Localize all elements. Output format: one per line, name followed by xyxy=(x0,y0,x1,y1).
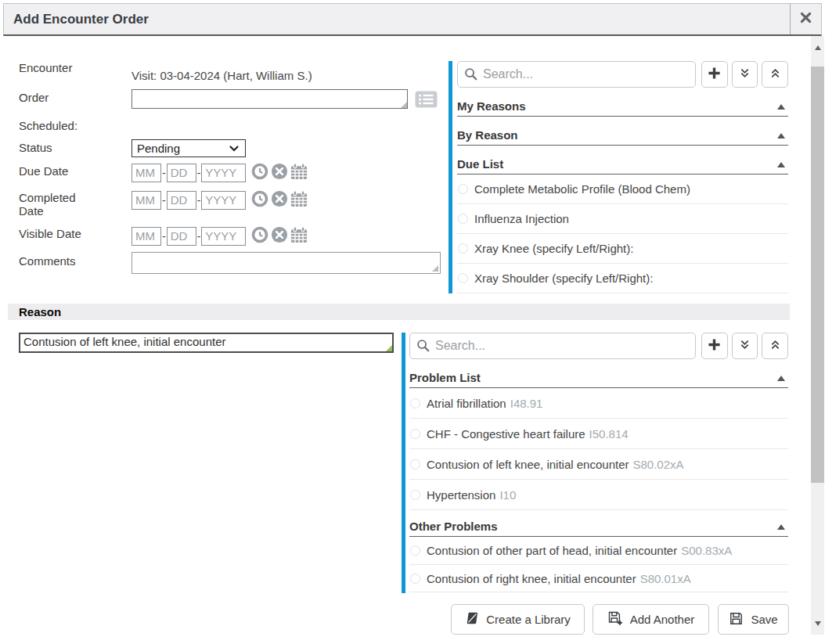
reason-search-row xyxy=(457,61,788,88)
visible-date-month-input[interactable] xyxy=(131,227,161,246)
radio-circle[interactable] xyxy=(410,574,420,584)
visible-date-clear-button[interactable] xyxy=(271,226,288,246)
problem-expand-all-button[interactable] xyxy=(732,333,758,359)
add-another-button[interactable]: Add Another xyxy=(593,604,709,635)
completed-date-group: - - xyxy=(131,190,308,210)
scheduled-label: Scheduled: xyxy=(19,119,77,132)
problem-collapse-all-button[interactable] xyxy=(762,333,788,359)
date-separator: - xyxy=(162,230,166,243)
due-date-now-button[interactable] xyxy=(251,163,268,182)
scroll-down-icon xyxy=(815,621,821,626)
due-date-calendar-button[interactable] xyxy=(290,163,308,182)
problem-panel: Problem List Atrial fibrillation I48.91 … xyxy=(402,333,788,593)
reason-resize-grip[interactable] xyxy=(386,345,392,351)
problem-search-input[interactable] xyxy=(409,333,696,359)
visible-date-calendar-button[interactable] xyxy=(290,226,308,246)
other-problem-item[interactable]: Contusion of other part of head, initial… xyxy=(409,537,788,565)
radio-circle[interactable] xyxy=(458,214,468,224)
problem-list-item[interactable]: Atrial fibrillation I48.91 xyxy=(409,388,788,419)
reason-section-title: Reason xyxy=(19,305,61,318)
radio-circle[interactable] xyxy=(458,243,468,254)
problem-list-item[interactable]: Contusion of left knee, initial encounte… xyxy=(409,449,788,480)
problem-search-row xyxy=(409,333,788,359)
dialog-titlebar: Add Encounter Order xyxy=(3,3,822,36)
close-button[interactable] xyxy=(790,4,821,34)
due-date-clear-button[interactable] xyxy=(271,163,288,182)
scroll-down-button[interactable] xyxy=(811,617,824,630)
problem-add-button[interactable] xyxy=(701,333,728,359)
reason-library-panel: My Reasons By Reason Due List Complete M… xyxy=(449,61,788,293)
clear-circle-icon xyxy=(271,163,288,182)
visible-date-day-input[interactable] xyxy=(167,227,196,246)
completed-date-day-input[interactable] xyxy=(167,191,196,210)
radio-circle[interactable] xyxy=(410,490,420,500)
double-chevron-up-icon xyxy=(769,67,781,81)
completed-date-label: Completed Date xyxy=(19,191,91,218)
other-problems-section-header[interactable]: Other Problems xyxy=(409,515,788,537)
vertical-scrollbar[interactable] xyxy=(811,36,824,635)
due-date-month-input[interactable] xyxy=(131,164,161,182)
icd-code: S80.02xA xyxy=(633,458,684,471)
caret-up-icon xyxy=(777,157,785,171)
save-button[interactable]: Save xyxy=(718,604,789,635)
encounter-value: Visit: 03-04-2024 (Hart, William S.) xyxy=(131,69,312,82)
reason-search-input[interactable] xyxy=(457,61,696,88)
order-resize-grip[interactable] xyxy=(401,102,407,108)
completed-date-month-input[interactable] xyxy=(131,191,161,210)
icd-code: I10 xyxy=(499,488,516,502)
scroll-up-icon xyxy=(815,45,821,50)
radio-circle[interactable] xyxy=(410,545,420,556)
radio-circle[interactable] xyxy=(410,398,420,408)
due-list-section-header[interactable]: Due List xyxy=(457,153,788,174)
save-plus-icon xyxy=(607,610,623,628)
close-icon xyxy=(800,12,812,27)
scroll-up-button[interactable] xyxy=(811,41,824,54)
status-select[interactable]: Pending xyxy=(131,139,246,157)
reason-add-button[interactable] xyxy=(701,61,728,88)
comments-input[interactable] xyxy=(131,252,441,274)
radio-circle[interactable] xyxy=(410,429,420,439)
scrollbar-thumb[interactable] xyxy=(811,67,824,483)
clock-icon xyxy=(251,226,268,246)
problem-list-section-header[interactable]: Problem List xyxy=(409,366,788,388)
due-date-label: Due Date xyxy=(19,164,68,178)
reason-input[interactable]: Contusion of left knee, initial encounte… xyxy=(19,333,394,353)
caret-up-icon xyxy=(777,370,785,384)
radio-circle[interactable] xyxy=(410,459,420,470)
reason-expand-all-button[interactable] xyxy=(732,61,758,88)
reason-collapse-all-button[interactable] xyxy=(762,61,788,88)
by-reason-section-header[interactable]: By Reason xyxy=(457,124,788,146)
other-problem-item[interactable]: Contusion of right knee, initial encount… xyxy=(409,565,788,592)
radio-circle[interactable] xyxy=(458,184,468,194)
order-list-button[interactable] xyxy=(415,91,438,108)
plus-icon xyxy=(708,67,721,82)
comments-resize-grip[interactable] xyxy=(432,265,438,272)
completed-date-clear-button[interactable] xyxy=(271,190,288,210)
visible-date-year-input[interactable] xyxy=(201,227,246,246)
add-encounter-order-dialog: Add Encounter Order Encounter Visit: 03-… xyxy=(0,0,825,644)
due-list-item[interactable]: Xray Knee (specify Left/Right): xyxy=(457,234,788,264)
problem-list-item[interactable]: Hypertension I10 xyxy=(409,480,788,510)
completed-date-now-button[interactable] xyxy=(251,190,268,210)
my-reasons-section-header[interactable]: My Reasons xyxy=(457,95,788,117)
double-chevron-up-icon xyxy=(769,339,781,353)
completed-date-year-input[interactable] xyxy=(201,191,246,210)
due-list-item[interactable]: Influenza Injection xyxy=(457,204,788,234)
visible-date-now-button[interactable] xyxy=(251,226,268,246)
due-date-year-input[interactable] xyxy=(201,164,246,182)
due-list-item[interactable]: Xray Shoulder (specify Left/Right): xyxy=(457,264,788,293)
due-date-day-input[interactable] xyxy=(167,164,196,182)
radio-circle[interactable] xyxy=(458,273,468,283)
create-library-button[interactable]: Create a Library xyxy=(451,604,585,635)
completed-date-calendar-button[interactable] xyxy=(290,190,308,210)
reason-field-wrap: Contusion of left knee, initial encounte… xyxy=(19,333,394,353)
due-list-item[interactable]: Complete Metabolic Profile (Blood Chem) xyxy=(457,174,788,204)
caret-up-icon xyxy=(777,99,785,113)
panel-accent-bar xyxy=(449,61,452,293)
dialog-title: Add Encounter Order xyxy=(4,12,790,27)
panel-accent-bar xyxy=(402,333,405,593)
clock-icon xyxy=(251,163,268,182)
order-input[interactable] xyxy=(131,89,408,109)
clear-circle-icon xyxy=(271,226,288,246)
problem-list-item[interactable]: CHF - Congestive heart failure I50.814 xyxy=(409,419,788,449)
